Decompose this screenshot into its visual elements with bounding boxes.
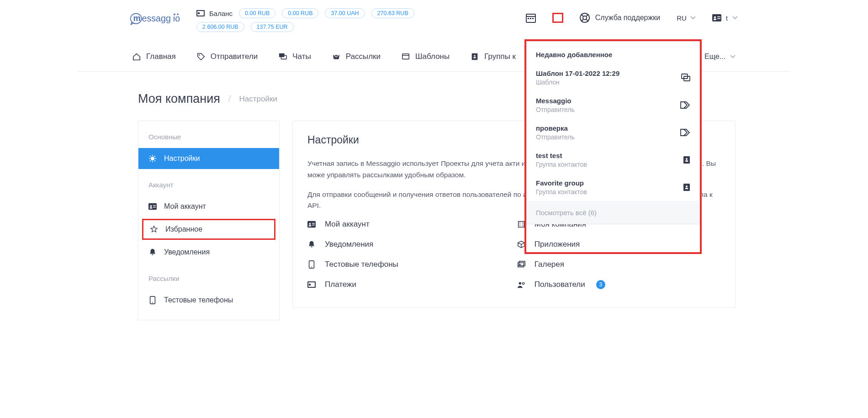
dropdown-item[interactable]: Favorite groupГруппа контактов — [527, 174, 699, 201]
bell-icon — [307, 240, 316, 249]
tag-icon — [680, 129, 690, 136]
link-gallery[interactable]: Галерея — [517, 260, 605, 269]
svg-text:essagg: essagg — [142, 13, 171, 23]
dropdown-item[interactable]: test testГруппа контактов — [527, 146, 699, 174]
svg-point-60 — [520, 264, 521, 265]
svg-rect-32 — [474, 57, 476, 58]
sidebar-item-favorites[interactable]: Избранное — [142, 219, 275, 240]
sidebar-item-settings[interactable]: Настройки — [138, 148, 279, 169]
svg-text:io: io — [173, 13, 180, 23]
svg-rect-56 — [519, 225, 520, 226]
page-title: Моя компания — [138, 92, 220, 106]
chevron-down-icon — [732, 16, 738, 20]
sidebar-section-account: Аккаунт — [138, 169, 279, 196]
svg-rect-36 — [150, 207, 152, 209]
balance-pill[interactable]: 37.00 UAH — [325, 8, 365, 18]
svg-point-35 — [150, 205, 152, 207]
dropdown-item[interactable]: Шаблон 17-01-2022 12:29Шаблон — [527, 64, 699, 91]
svg-point-62 — [522, 282, 524, 284]
dropdown-item[interactable]: проверкаОтправитель — [527, 119, 699, 146]
calendar-icon[interactable] — [526, 13, 536, 23]
breadcrumb-separator: / — [228, 94, 231, 104]
svg-rect-24 — [717, 18, 720, 19]
balance-pill[interactable]: 137.75 EUR — [251, 22, 294, 32]
svg-rect-52 — [309, 284, 311, 286]
link-my-account[interactable]: Мой аккаунт — [307, 220, 398, 229]
svg-rect-8 — [198, 12, 200, 14]
balance-pill[interactable]: 270.63 RUB — [371, 8, 414, 18]
tag-icon — [680, 101, 690, 109]
nav-home[interactable]: Главная — [132, 52, 176, 61]
link-users[interactable]: Пользователи 3 — [517, 280, 605, 289]
svg-point-15 — [583, 16, 587, 20]
svg-rect-67 — [685, 160, 688, 162]
dropdown-view-all[interactable]: Посмотреть всё (6) — [527, 201, 699, 224]
star-outline-icon — [150, 225, 158, 233]
wallet-icon — [196, 10, 205, 16]
nav-more[interactable]: Еще... — [704, 53, 736, 61]
link-payments[interactable]: Платежи — [307, 280, 398, 289]
settings-link-grid: Мой аккаунт Уведомления Тестовые телефон… — [307, 220, 720, 289]
inbox-icon — [332, 53, 340, 61]
svg-point-66 — [686, 158, 688, 160]
favorites-star-button[interactable] — [552, 13, 563, 23]
sidebar-section-mailing: Рассылки — [138, 263, 279, 290]
svg-rect-34 — [148, 203, 157, 210]
svg-point-21 — [714, 16, 716, 18]
support-link[interactable]: Служба поддержки — [580, 13, 660, 23]
dropdown-item[interactable]: MessaggioОтправитель — [527, 91, 699, 119]
address-book-icon — [683, 156, 690, 164]
balance-pill[interactable]: 0.00 RUB — [239, 8, 275, 18]
nav-senders[interactable]: Отправители — [197, 52, 258, 61]
chevron-down-icon — [730, 55, 736, 58]
favorites-dropdown: Недавно добавленное Шаблон 17-01-2022 12… — [526, 41, 700, 224]
lifebuoy-icon — [580, 13, 590, 23]
sidebar-section-basic: Основные — [138, 121, 279, 148]
id-card-icon — [307, 220, 316, 228]
chevron-down-icon — [690, 16, 696, 20]
chat-icon — [279, 53, 287, 61]
users-count-badge: 3 — [596, 280, 605, 289]
gallery-icon — [517, 260, 525, 269]
svg-point-49 — [311, 267, 312, 268]
balance-pill[interactable]: 0.00 RUB — [282, 8, 318, 18]
link-applications[interactable]: Приложения — [517, 240, 605, 249]
language-selector[interactable]: RU — [677, 14, 696, 22]
link-notifications[interactable]: Уведомления — [307, 240, 398, 249]
phone-icon — [307, 260, 316, 269]
svg-rect-44 — [309, 225, 311, 227]
balance-pill[interactable]: 2 606.00 RUB — [196, 22, 244, 32]
address-book-icon — [683, 183, 690, 191]
svg-rect-28 — [402, 54, 409, 59]
svg-point-61 — [519, 282, 521, 285]
tag-icon — [197, 53, 205, 61]
wallet-icon — [307, 280, 316, 289]
svg-rect-57 — [522, 225, 523, 226]
sidebar-item-my-account[interactable]: Мой аккаунт — [138, 196, 279, 217]
svg-rect-20 — [712, 14, 721, 21]
nav-contact-groups[interactable]: Группы к — [471, 52, 516, 61]
user-menu[interactable]: t — [712, 14, 738, 22]
svg-rect-38 — [153, 207, 156, 207]
sidebar-item-notifications[interactable]: Уведомления — [138, 242, 279, 263]
svg-point-69 — [686, 185, 688, 187]
box-icon — [517, 240, 525, 249]
home-icon — [132, 53, 141, 61]
users-icon — [517, 280, 525, 289]
link-test-phones[interactable]: Тестовые телефоны — [307, 260, 398, 269]
nav-mailings[interactable]: Рассылки — [332, 52, 381, 61]
balance-label: Баланс — [196, 10, 233, 17]
address-book-icon — [471, 53, 479, 61]
svg-point-31 — [474, 55, 476, 57]
balance-area: Баланс 0.00 RUB 0.00 RUB 37.00 UAH 270.6… — [196, 8, 414, 32]
dropdown-title: Недавно добавленное — [527, 42, 699, 64]
sidebar-item-test-phones[interactable]: Тестовые телефоны — [138, 290, 279, 311]
nav-chats[interactable]: Чаты — [279, 52, 311, 61]
svg-rect-47 — [311, 247, 312, 248]
gear-icon — [148, 154, 157, 163]
logo[interactable]: m essagg io — [78, 8, 196, 27]
nav-templates[interactable]: Шаблоны — [402, 52, 450, 61]
svg-rect-42 — [307, 221, 316, 228]
svg-rect-45 — [312, 223, 315, 223]
settings-sidebar: Основные Настройки Аккаунт Мой аккаунт И… — [138, 121, 280, 320]
